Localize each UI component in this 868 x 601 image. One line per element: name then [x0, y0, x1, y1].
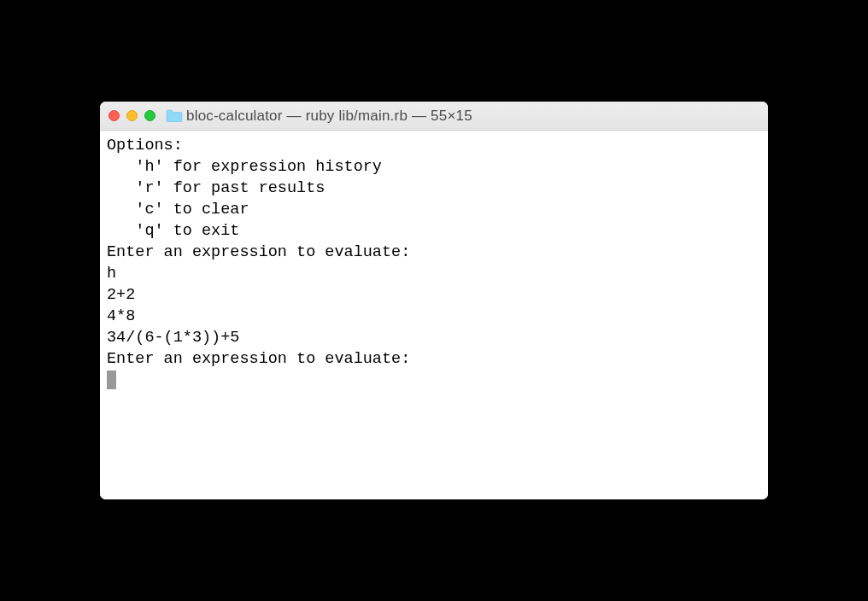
- terminal-line: h: [107, 264, 761, 285]
- terminal-line: Options:: [107, 136, 761, 157]
- cursor: [107, 371, 116, 389]
- titlebar[interactable]: bloc-calculator — ruby lib/main.rb — 55×…: [100, 102, 768, 131]
- terminal-line: 'h' for expression history: [107, 157, 761, 178]
- terminal-line: 'r' for past results: [107, 178, 761, 200]
- maximize-button[interactable]: [144, 110, 155, 121]
- terminal-line: 'c' to clear: [107, 200, 761, 221]
- terminal-line: 34/(6-(1*3))+5: [107, 328, 761, 349]
- terminal-line: Enter an expression to evaluate:: [107, 349, 761, 371]
- minimize-button[interactable]: [126, 110, 138, 121]
- terminal-line: 4*8: [107, 306, 761, 328]
- traffic-lights: [108, 110, 155, 121]
- folder-icon: [166, 109, 183, 122]
- terminal-body[interactable]: Options: 'h' for expression history 'r' …: [100, 131, 768, 499]
- close-button[interactable]: [108, 110, 120, 121]
- terminal-line: Enter an expression to evaluate:: [107, 242, 761, 264]
- window-title: bloc-calculator — ruby lib/main.rb — 55×…: [186, 108, 472, 125]
- terminal-line: 'q' to exit: [107, 221, 761, 242]
- terminal-line: 2+2: [107, 285, 761, 306]
- terminal-window: bloc-calculator — ruby lib/main.rb — 55×…: [100, 102, 768, 499]
